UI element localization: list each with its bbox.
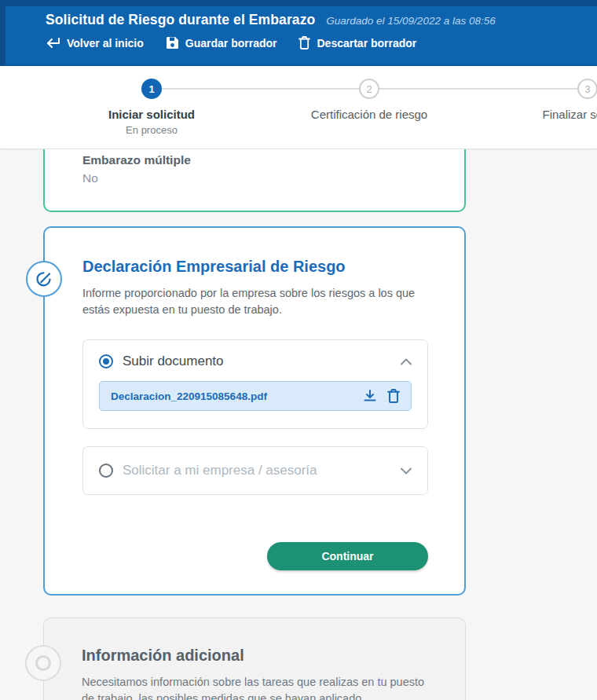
step-3-indicator: 3 <box>577 79 597 99</box>
request-company-radio[interactable] <box>99 464 113 478</box>
discard-draft-button[interactable]: Descartar borrador <box>298 36 416 49</box>
continue-button-row: Continuar <box>82 542 428 570</box>
delete-file-trash-icon[interactable] <box>387 389 400 403</box>
declaration-card: Declaración Empresarial de Riesgo Inform… <box>43 226 466 596</box>
progress-stepper: 1 Iniciar solicitud En proceso 2 Certifi… <box>0 66 597 149</box>
discard-draft-label: Descartar borrador <box>317 37 416 49</box>
additional-info-title: Información adicional <box>82 647 429 665</box>
multiple-pregnancy-value: No <box>82 171 428 185</box>
step-3-label: Finalizar solicitud <box>542 108 597 121</box>
save-draft-button[interactable]: Guardar borrador <box>166 36 277 49</box>
file-actions <box>363 389 400 403</box>
declaration-description: Informe proporcionado por la empresa sob… <box>82 285 428 318</box>
step-2-label: Certificación de riesgo <box>311 108 427 121</box>
return-arrow-icon <box>46 37 60 49</box>
header-title-row: Solicitud de Riesgo durante el Embarazo … <box>46 12 597 28</box>
save-draft-label: Guardar borrador <box>185 37 277 49</box>
uploaded-file-chip: Declaracion_220915085648.pdf <box>99 381 412 411</box>
circle-outline-icon <box>25 645 61 681</box>
upload-document-radio[interactable] <box>99 354 113 368</box>
step-1-indicator: 1 <box>141 79 162 99</box>
trash-icon <box>298 36 310 49</box>
solicitud-riesgo-embarazo-app: Solicitud de Riesgo durante el Embarazo … <box>0 0 597 700</box>
request-company-option[interactable]: Solicitar a mi empresa / asesoría <box>99 463 412 478</box>
page-title: Solicitud de Riesgo durante el Embarazo <box>46 12 315 28</box>
upload-document-label: Subir documento <box>123 354 391 369</box>
request-company-accordion: Solicitar a mi empresa / asesoría <box>82 446 428 495</box>
download-icon[interactable] <box>363 389 377 403</box>
pencil-circle-icon <box>26 261 62 297</box>
chevron-down-icon <box>401 467 412 475</box>
header-toolbar: Volver al inicio Guardar borrador <box>46 36 597 49</box>
step-connector-2-3 <box>379 88 577 90</box>
declaration-title: Declaración Empresarial de Riesgo <box>82 258 428 276</box>
saved-status: Guardado el 15/09/2022 a las 08:56 <box>326 15 495 27</box>
form-content: Embarazo múltiple No Declaración Empresa… <box>0 149 466 700</box>
upload-document-accordion: Subir documento Declaracion_220915085648… <box>82 339 428 429</box>
uploaded-file-name: Declaracion_220915085648.pdf <box>111 390 363 402</box>
step-1-status: En proceso <box>126 124 178 136</box>
pregnancy-data-card: Embarazo múltiple No <box>43 149 466 212</box>
back-to-home-label: Volver al inicio <box>67 37 144 49</box>
floppy-disk-icon <box>166 36 179 49</box>
step-2-indicator: 2 <box>359 79 379 99</box>
additional-info-card: Información adicional Necesitamos inform… <box>43 618 466 700</box>
request-company-label: Solicitar a mi empresa / asesoría <box>123 463 391 478</box>
back-to-home-button[interactable]: Volver al inicio <box>46 37 144 49</box>
step-connector-1-2 <box>162 88 359 90</box>
multiple-pregnancy-label: Embarazo múltiple <box>82 152 428 167</box>
chevron-up-icon <box>401 358 412 365</box>
upload-document-option[interactable]: Subir documento <box>99 354 412 369</box>
step-1-label: Iniciar solicitud <box>108 108 195 121</box>
additional-info-description: Necesitamos información sobre las tareas… <box>82 674 427 700</box>
header: Solicitud de Riesgo durante el Embarazo … <box>0 0 597 66</box>
continue-button[interactable]: Continuar <box>267 542 428 570</box>
